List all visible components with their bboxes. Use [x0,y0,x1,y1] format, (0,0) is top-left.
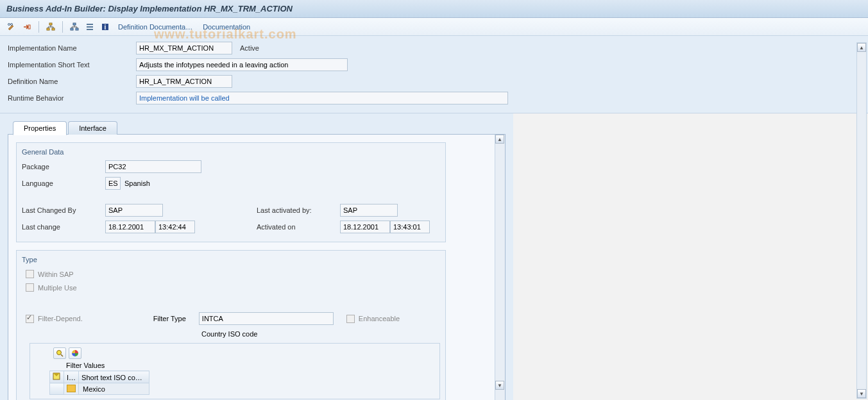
svg-text:i: i [105,24,106,31]
tab-strip: Properties Interface [13,121,506,135]
implementation-name-label: Implementation Name [8,44,136,52]
filter-type-label: Filter Type [153,315,186,322]
svg-rect-8 [76,28,78,30]
last-activated-by-label: Last activated by: [257,206,340,214]
info-button[interactable]: i [99,21,112,33]
folder-icon [67,385,76,392]
definition-documentation-link[interactable]: Definition Documenta… [114,23,196,31]
cell-country: Mexico [79,383,149,395]
svg-rect-7 [71,28,73,30]
implementation-name-field[interactable] [136,42,232,54]
row-selector[interactable] [50,383,64,395]
window-title: Business Add-In Builder: Display Impleme… [0,0,868,18]
pencil-glasses-icon [7,22,16,31]
within-sap-checkbox [26,270,34,278]
color-circle-icon [71,349,79,357]
select-all-icon [53,372,60,380]
filter-values-table: I… Short text ISO co… Mexico [49,371,149,395]
type-group: Type Within SAP Multiple Use Filter-Depe… [16,250,446,400]
cell-icon [64,383,79,395]
properties-panel: General Data Package Language Spanish La… [8,134,506,400]
activated-on-label: Activated on [257,223,340,231]
runtime-behavior-label: Runtime Behavior [8,94,136,102]
svg-point-0 [8,23,10,25]
activated-on-time-field[interactable] [390,221,430,233]
magnifier-icon [56,349,64,357]
last-change-label: Last change [22,223,105,231]
svg-point-14 [57,351,62,355]
tab-content-area: Properties Interface General Data Packag… [0,113,513,400]
within-sap-label: Within SAP [38,271,74,278]
toolbar-separator [38,21,39,33]
language-label: Language [22,179,105,187]
filter-depend-checkbox [26,315,34,323]
last-change-date-field[interactable] [105,221,155,233]
tab-interface[interactable]: Interface [68,121,117,135]
general-data-title: General Data [22,148,440,160]
other-object-button[interactable] [21,21,33,33]
filter-depend-label: Filter-Depend. [38,315,83,322]
filter-type-field[interactable] [199,312,334,325]
col-short-header[interactable]: Short text ISO co… [79,371,149,383]
runtime-behavior-field[interactable] [136,92,508,104]
svg-rect-4 [47,28,49,30]
hierarchy-button[interactable] [68,21,81,33]
svg-rect-3 [49,23,52,25]
last-changed-by-label: Last Changed By [22,206,105,214]
table-row[interactable]: Mexico [50,383,149,395]
multiple-use-checkbox [26,283,34,292]
hierarchy-icon [46,22,55,31]
toolbar-separator [62,21,63,33]
enhanceable-checkbox [346,315,355,323]
documentation-link[interactable]: Documentation [199,23,254,31]
svg-rect-10 [87,26,93,28]
header-fields: Implementation Name Active Implementatio… [0,36,868,113]
type-title: Type [22,256,440,267]
hierarchy-2-icon [70,22,79,31]
svg-rect-9 [87,24,93,25]
info-icon: i [101,22,110,31]
filter-values-title: Filter Values [66,362,436,369]
nav-button-1[interactable] [44,21,57,33]
window-vertical-scrollbar[interactable]: ▲ ▼ [856,42,867,399]
list-button[interactable] [83,21,96,33]
scroll-down-icon[interactable]: ▼ [857,389,866,398]
language-text: Spanish [124,179,150,187]
last-changed-by-field[interactable] [105,204,163,217]
tab-properties[interactable]: Properties [13,121,67,135]
col-i-header[interactable]: I… [64,371,79,383]
definition-name-label: Definition Name [8,78,136,85]
filter-values-panel: Filter Values I… Short text ISO co… [30,343,440,399]
package-label: Package [22,163,105,171]
implementation-short-text-field[interactable] [136,58,348,71]
enhanceable-label: Enhanceable [359,315,400,322]
details-button[interactable] [53,347,66,359]
implementation-status: Active [240,44,259,52]
package-field[interactable] [105,160,201,173]
svg-rect-5 [52,28,55,30]
filter-type-caption: Country ISO code [201,330,440,338]
definition-name-field[interactable] [136,75,232,88]
toggle-edit-button[interactable] [5,21,18,33]
scroll-up-icon[interactable]: ▲ [857,43,866,52]
implementation-short-text-label: Implementation Short Text [8,61,136,69]
color-button[interactable] [69,347,81,359]
last-activated-by-field[interactable] [340,204,398,217]
svg-rect-11 [87,29,93,30]
activated-on-date-field[interactable] [340,221,390,233]
svg-point-1 [11,23,13,25]
scroll-down-icon[interactable]: ▼ [495,381,504,390]
list-icon [85,22,94,31]
arrow-target-icon [22,22,31,31]
scroll-up-icon[interactable]: ▲ [495,135,504,144]
language-code-field[interactable] [105,177,121,190]
general-data-group: General Data Package Language Spanish La… [16,142,446,242]
svg-rect-6 [73,23,76,25]
application-toolbar: i Definition Documenta… Documentation [0,18,868,36]
row-selector-header[interactable] [50,371,64,383]
multiple-use-label: Multiple Use [38,284,77,292]
svg-rect-2 [28,25,30,29]
panel-vertical-scrollbar[interactable]: ▲ ▼ [495,135,505,400]
last-change-time-field[interactable] [155,221,195,233]
